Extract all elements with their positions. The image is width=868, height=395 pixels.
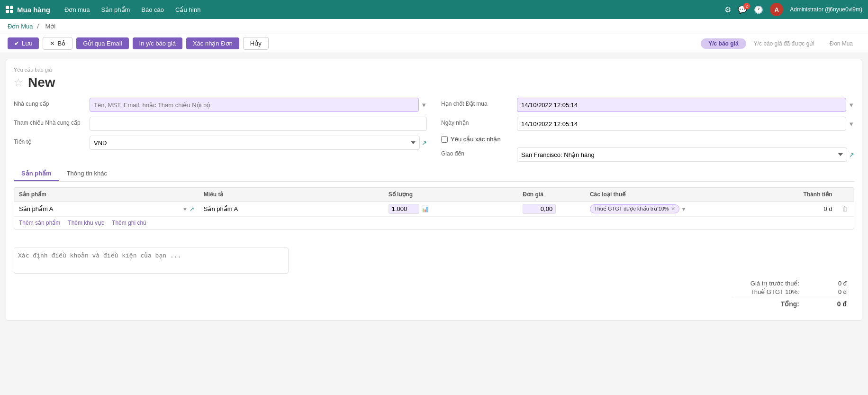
nav-san-pham[interactable]: Sản phẩm <box>97 4 135 15</box>
supplier-input[interactable] <box>90 98 419 112</box>
add-section-link[interactable]: Thêm khu vực <box>68 220 104 226</box>
currency-label: Tiền tệ <box>14 136 90 145</box>
receive-date-dropdown-icon[interactable]: ▼ <box>848 120 854 128</box>
favorite-star-icon[interactable]: ☆ <box>14 76 23 89</box>
receive-date-input[interactable] <box>517 117 846 131</box>
deadline-label: Hạn chốt Đặt mua <box>441 98 517 107</box>
supplier-ref-label: Tham chiếu Nhà cung cấp <box>14 117 90 126</box>
section-label: Yêu cầu báo giá <box>14 67 854 73</box>
currency-external-link-icon[interactable]: ↗ <box>422 139 427 147</box>
subtotal-cell: 0 đ <box>770 202 837 217</box>
destination-select[interactable]: San Francisco: Nhận hàng <box>517 147 847 162</box>
form-area: Yêu cầu báo giá ☆ New Nhà cung cấp ▼ Tha… <box>6 59 862 321</box>
status-rfq-sent[interactable]: Y/c báo giá đã được gửi <box>746 38 822 49</box>
tab-other-info[interactable]: Thông tin khác <box>59 166 115 181</box>
supplier-ref-input[interactable] <box>90 117 427 131</box>
discard-button[interactable]: ✕ Bỏ <box>43 37 72 50</box>
discard-x-icon: ✕ <box>50 40 55 47</box>
grid-icon <box>6 6 13 13</box>
product-link-icon[interactable]: ↗ <box>190 206 194 212</box>
supplier-dropdown-icon[interactable]: ▼ <box>421 101 427 109</box>
total-label: Tổng: <box>733 300 799 308</box>
destination-external-link-icon[interactable]: ↗ <box>849 151 854 158</box>
tax-value: 0 đ <box>809 288 847 295</box>
form-left: Nhà cung cấp ▼ Tham chiếu Nhà cung cấp T… <box>14 98 427 166</box>
row-actions-cell: 🗑 <box>837 202 854 217</box>
tax-remove-icon[interactable]: ✕ <box>671 206 675 212</box>
user-avatar[interactable]: A <box>770 3 783 16</box>
cancel-button[interactable]: Hủy <box>243 37 269 50</box>
user-initial: A <box>775 6 779 13</box>
product-description-input[interactable] <box>204 205 379 212</box>
total-row: Tổng: 0 đ <box>733 298 847 308</box>
confirm-button[interactable]: Xác nhận Đơn <box>186 37 239 49</box>
receive-date-control: ▼ <box>517 117 854 131</box>
col-actions <box>837 188 854 202</box>
app-name: Mua hàng <box>17 6 50 14</box>
nav-don-mua[interactable]: Đơn mua <box>60 4 95 15</box>
product-dropdown-icon[interactable]: ▼ <box>182 206 188 212</box>
currency-row: Tiền tệ VND ↗ <box>14 136 427 150</box>
nav-right: ⚙ 💬 2 🕐 A Administrator (fj6nyue0vi9m) <box>724 3 862 16</box>
print-button[interactable]: In y/c báo giá <box>133 37 182 49</box>
col-description: Miêu tả <box>199 188 384 202</box>
chat-icon[interactable]: 💬 2 <box>738 5 747 14</box>
form-right: Hạn chốt Đặt mua ▼ Ngày nhận ▼ Yêu cầu x… <box>441 98 854 166</box>
breadcrumb-current: Mới <box>45 23 55 30</box>
email-button[interactable]: Gửi qua Email <box>76 37 128 49</box>
add-note-link[interactable]: Thêm ghi chú <box>112 220 146 226</box>
deadline-dropdown-icon[interactable]: ▼ <box>848 101 854 109</box>
col-qty: Số lượng <box>384 188 518 202</box>
tax-dropdown-icon[interactable]: ▼ <box>681 206 687 212</box>
confirm-checkbox-row: Yêu cầu xác nhận <box>441 136 854 143</box>
terms-textarea[interactable] <box>14 248 289 274</box>
pretax-value: 0 đ <box>809 280 847 287</box>
table-header-row: Sản phẩm Miêu tả Số lượng Đơn giá Các lo… <box>14 188 854 202</box>
unit-price-input[interactable] <box>523 204 556 214</box>
total-value: 0 đ <box>809 300 847 308</box>
tax-badge-label: Thuế GTGT được khấu trừ 10% <box>594 206 669 212</box>
clock-icon[interactable]: 🕐 <box>754 5 763 14</box>
nav-cau-hinh[interactable]: Cấu hình <box>171 4 206 15</box>
status-po[interactable]: Đơn Mua <box>822 38 860 49</box>
currency-select[interactable]: VND <box>90 136 420 150</box>
product-cell: ▼ ↗ <box>14 202 199 217</box>
tax-cell: Thuế GTGT được khấu trừ 10% ✕ ▼ <box>585 202 770 217</box>
breadcrumb-separator: / <box>37 23 39 30</box>
nav-bao-cao[interactable]: Báo cáo <box>136 4 169 15</box>
confirm-checkbox[interactable] <box>441 136 448 143</box>
app-icon[interactable]: Mua hàng <box>6 6 50 14</box>
breadcrumb: Đơn Mua / Mới <box>0 19 868 34</box>
price-cell <box>518 202 585 217</box>
supplier-ref-control <box>90 117 427 131</box>
tax-row: Thuế GTGT 10%: 0 đ <box>733 288 847 295</box>
chat-badge-count: 2 <box>743 3 750 9</box>
form-grid: Nhà cung cấp ▼ Tham chiếu Nhà cung cấp T… <box>14 98 854 166</box>
save-button[interactable]: ✔ Lưu <box>8 37 39 49</box>
top-navigation: Mua hàng Đơn mua Sản phẩm Báo cáo Cấu hì… <box>0 0 868 19</box>
row-subtotal: 0 đ <box>823 205 832 212</box>
product-table: Sản phẩm Miêu tả Số lượng Đơn giá Các lo… <box>14 188 854 217</box>
tab-products[interactable]: Sản phẩm <box>14 166 59 181</box>
status-rfq[interactable]: Y/c báo giá <box>701 38 746 49</box>
user-label[interactable]: Administrator (fj6nyue0vi9m) <box>790 6 862 13</box>
settings-icon[interactable]: ⚙ <box>724 5 731 14</box>
action-bar: ✔ Lưu ✕ Bỏ Gửi qua Email In y/c báo giá … <box>0 34 868 53</box>
col-price: Đơn giá <box>518 188 585 202</box>
save-check-icon: ✔ <box>14 40 19 47</box>
col-tax: Các loại thuế <box>585 188 770 202</box>
product-name-input[interactable] <box>19 205 181 212</box>
currency-control: VND ↗ <box>90 136 427 150</box>
form-title: New <box>28 75 55 90</box>
summary: Giá trị trước thuế: 0 đ Thuế GTGT 10%: 0… <box>14 275 854 312</box>
breadcrumb-parent[interactable]: Đơn Mua <box>8 23 33 30</box>
col-subtotal: Thành tiền <box>770 188 837 202</box>
qty-cell: 📊 <box>384 202 518 217</box>
pretax-row: Giá trị trước thuế: 0 đ <box>733 280 847 287</box>
form-title-row: ☆ New <box>14 75 854 90</box>
qty-input[interactable] <box>389 204 419 214</box>
add-product-link[interactable]: Thêm sản phẩm <box>19 220 60 226</box>
deadline-input[interactable] <box>517 98 846 112</box>
row-delete-icon[interactable]: 🗑 <box>842 205 848 212</box>
qty-chart-icon[interactable]: 📊 <box>421 205 429 212</box>
